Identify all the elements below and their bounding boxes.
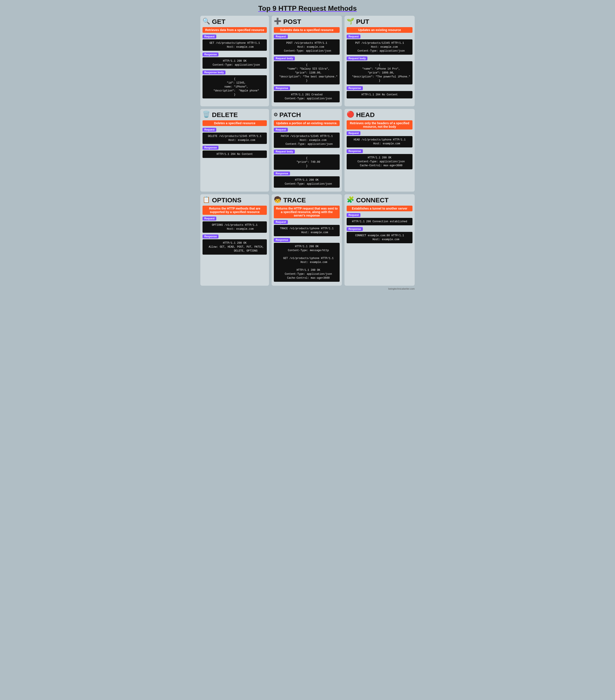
patch-section-label-0: Request xyxy=(274,128,288,132)
trace-section-0: RequestTRACE /v1/products/iphone HTTP/1.… xyxy=(274,220,340,236)
post-section-1: Request body{ "name": "Galaxy S23 Ultra"… xyxy=(274,57,340,85)
put-description: Updates an existing resource xyxy=(347,27,413,33)
trace-code-0: TRACE /v1/products/iphone HTTP/1.1 Host:… xyxy=(274,225,340,236)
card-connect: 🧩CONNECTEstablishes a tunnel to another … xyxy=(344,194,415,286)
patch-code-2: HTTP/1.1 200 OK Content-Type: applicatio… xyxy=(274,176,340,188)
card-get: 🔍GETRetrieves data from a specified reso… xyxy=(200,16,269,106)
trace-icon: 🧒 xyxy=(274,197,281,203)
get-section-label-1: Response xyxy=(202,52,218,57)
connect-code-0: HTTP/1.1 200 Connection established xyxy=(347,218,413,225)
connect-icon: 🧩 xyxy=(347,197,354,203)
patch-section-label-1: Request body xyxy=(274,150,294,153)
trace-code-1: HTTP/1.1 200 OK Content-Type: message/ht… xyxy=(274,243,340,282)
head-section-label-1: Response xyxy=(347,149,363,153)
get-code-1: HTTP/1.1 200 OK Content-Type: applicatio… xyxy=(202,57,267,69)
get-section-2: Response body{ "id": 12345, name: "iPhon… xyxy=(202,71,267,98)
post-section-0: RequestPOST /v1/products HTTP/1.1 Host: … xyxy=(274,35,340,55)
get-code-2: { "id": 12345, name: "iPhone", "descript… xyxy=(202,75,267,98)
methods-grid: 🔍GETRetrieves data from a specified reso… xyxy=(200,16,415,286)
put-name: PUT xyxy=(356,18,369,25)
get-section-label-0: Request xyxy=(202,35,216,38)
post-code-2: HTTP/1.1 201 Created Content-Type: appli… xyxy=(274,91,340,102)
post-section-label-0: Request xyxy=(274,35,288,38)
delete-section-0: RequestDELETE /v1/products/12345 HTTP/1.… xyxy=(202,128,267,144)
header-get: 🔍GET xyxy=(202,18,267,25)
put-section-label-2: Response xyxy=(347,86,363,90)
card-put: 🌱PUTUpdates an existing resourceRequestP… xyxy=(344,16,415,106)
trace-section-label-0: Request xyxy=(274,220,288,224)
options-description: Returns the HTTP methods that are suppor… xyxy=(202,205,267,215)
header-delete: 🗑️DELETE xyxy=(202,111,267,118)
header-head: 🔴HEAD xyxy=(347,111,413,118)
patch-section-label-2: Response xyxy=(274,172,290,175)
patch-code-1: { "price": 749.00 } xyxy=(274,154,340,170)
connect-section-label-0: Request xyxy=(347,213,361,217)
patch-section-2: ResponseHTTP/1.1 200 OK Content-Type: ap… xyxy=(274,172,340,188)
head-code-1: HTTP/1.1 200 OK Content-Type: applicatio… xyxy=(347,154,413,169)
header-post: ➕POST xyxy=(274,18,340,25)
post-description: Submits data to a specified resource xyxy=(274,27,340,33)
header-options: 📋OPTIONS xyxy=(202,197,267,204)
get-section-1: ResponseHTTP/1.1 200 OK Content-Type: ap… xyxy=(202,52,267,69)
get-section-0: RequestGET /v1/products/iphone HTTP/1.1 … xyxy=(202,35,267,51)
put-section-0: RequestPUT /v1/products/12345 HTTP/1.1 H… xyxy=(347,35,413,55)
put-section-label-1: Request body xyxy=(347,57,367,60)
header-patch: ⚙️PATCH xyxy=(274,111,340,118)
delete-section-1: ResponseHTTP/1.1 204 No Content xyxy=(202,146,267,158)
put-section-2: ResponseHTTP/1.1 204 No Content xyxy=(347,86,413,98)
head-section-label-0: Request xyxy=(347,131,361,135)
options-section-label-0: Request xyxy=(202,216,216,221)
card-delete: 🗑️DELETEDeletes a specified resourceRequ… xyxy=(200,109,269,192)
get-name: GET xyxy=(212,18,225,25)
head-code-0: HEAD /v1/products/iphone HTTP/1.1 Host: … xyxy=(347,136,413,148)
post-name: POST xyxy=(283,18,301,25)
connect-section-label-1: Response xyxy=(347,227,363,231)
card-post: ➕POSTSubmits data to a specified resourc… xyxy=(272,16,342,106)
options-name: OPTIONS xyxy=(212,197,241,204)
card-trace: 🧒TRACEReturns the HTTP request that was … xyxy=(272,194,342,286)
connect-name: CONNECT xyxy=(356,197,388,204)
options-code-0: OPTIONS /v1/products HTTP/1.1 Host: exam… xyxy=(202,221,267,233)
post-code-1: { "name": "Galaxy S23 Ultra", "price": 1… xyxy=(274,61,340,85)
patch-description: Updates a portion of an existing resourc… xyxy=(274,120,340,126)
post-section-label-1: Request body xyxy=(274,57,294,60)
card-options: 📋OPTIONSReturns the HTTP methods that ar… xyxy=(200,194,269,286)
post-icon: ➕ xyxy=(274,18,281,25)
post-code-0: POST /v1/products HTTP/1.1 Host: example… xyxy=(274,39,340,55)
delete-name: DELETE xyxy=(212,111,238,118)
card-head: 🔴HEADRetrieves only the headers of a spe… xyxy=(344,109,415,192)
connect-section-1: ResponseCONNECT example.com:80 HTTP/1.1 … xyxy=(347,227,413,243)
head-description: Retrieves only the headers of a specifie… xyxy=(347,120,413,129)
post-section-label-2: Response xyxy=(274,86,290,90)
options-section-1: ResponseHTTP/1.1 200 OK Allow: GET, HEAD… xyxy=(202,235,267,255)
connect-description: Establishes a tunnel to another server xyxy=(347,205,413,211)
delete-section-label-1: Response xyxy=(202,146,218,150)
connect-section-0: RequestHTTP/1.1 200 Connection establish… xyxy=(347,213,413,225)
get-code-0: GET /v1/products/iphone HTTP/1.1 Host: e… xyxy=(202,39,267,51)
header-connect: 🧩CONNECT xyxy=(347,197,413,204)
head-section-0: RequestHEAD /v1/products/iphone HTTP/1.1… xyxy=(347,131,413,148)
options-code-1: HTTP/1.1 200 OK Allow: GET, HEAD, POST, … xyxy=(202,239,267,255)
header-put: 🌱PUT xyxy=(347,18,413,25)
get-description: Retrieves data from a specified resource xyxy=(202,27,267,33)
head-section-1: ResponseHTTP/1.1 200 OK Content-Type: ap… xyxy=(347,149,413,169)
options-icon: 📋 xyxy=(202,197,210,203)
delete-icon: 🗑️ xyxy=(202,112,210,118)
trace-section-1: ResponseHTTP/1.1 200 OK Content-Type: me… xyxy=(274,238,340,282)
patch-section-0: RequestPATCH /v1/products/12345 HTTP/1.1… xyxy=(274,128,340,148)
patch-name: PATCH xyxy=(279,111,301,118)
get-section-label-2: Response body xyxy=(202,71,225,74)
patch-icon: ⚙️ xyxy=(274,112,277,118)
put-code-2: HTTP/1.1 204 No Content xyxy=(347,91,413,98)
get-icon: 🔍 xyxy=(202,18,210,25)
patch-code-0: PATCH /v1/products/12345 HTTP/1.1 Host: … xyxy=(274,133,340,148)
patch-section-1: Request body{ "price": 749.00 } xyxy=(274,150,340,170)
delete-description: Deletes a specified resource xyxy=(202,120,267,126)
head-name: HEAD xyxy=(356,111,375,118)
connect-code-1: CONNECT example.com:80 HTTP/1.1 Host: ex… xyxy=(347,232,413,243)
trace-section-label-1: Response xyxy=(274,238,290,242)
delete-code-1: HTTP/1.1 204 No Content xyxy=(202,150,267,158)
page-title: Top 9 HTTP Request Methods xyxy=(200,2,415,16)
head-icon: 🔴 xyxy=(347,112,354,118)
card-patch: ⚙️PATCHUpdates a portion of an existing … xyxy=(272,109,342,192)
